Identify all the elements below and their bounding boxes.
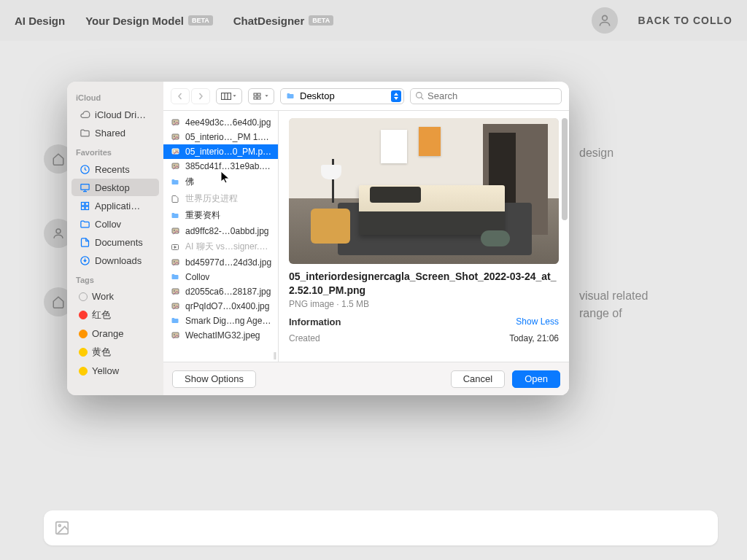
sidebar-heading-favorites: Favorites [67,142,163,160]
sidebar-tag-work[interactable]: Work [71,288,159,305]
svg-line-19 [421,97,423,99]
back-button[interactable] [171,88,190,104]
sidebar-item-icloud-drive[interactable]: iCloud Dri… [71,106,159,123]
sidebar-item-desktop[interactable]: Desktop [71,179,159,196]
svg-point-32 [174,261,175,262]
sidebar-item-applications[interactable]: Applicati… [71,197,159,214]
file-row[interactable]: 05_interio…_PM 1.png [163,130,278,144]
file-name-label: qrPqIdO7…0x400.jpg [185,301,269,311]
file-type-icon [169,316,181,326]
sidebar-item-label: Yellow [92,365,119,376]
show-options-button[interactable]: Show Options [172,370,256,388]
file-type-icon [169,211,181,221]
sidebar-item-label: Downloads [95,255,142,266]
sidebar-tag-red[interactable]: 红色 [71,306,159,324]
file-row[interactable]: ad9ffc82-…0abbd.jpg [163,224,278,238]
file-name-label: d2055ca6…28187.jpg [185,287,271,297]
info-key: Created [289,333,320,343]
app-icon [79,200,90,211]
path-dropdown[interactable]: Desktop [280,88,404,104]
nav-back-forward [171,88,210,104]
sidebar-tag-yellow[interactable]: Yellow [71,362,159,379]
file-name-label: 重要资料 [185,209,220,222]
file-row[interactable]: Collov [163,270,278,284]
search-icon [415,91,425,101]
file-row[interactable]: WechatIMG32.jpeg [163,328,278,343]
file-row[interactable]: 05_interio…0_PM.png [163,144,278,159]
file-row[interactable]: bd45977d…24d3d.jpg [163,255,278,270]
file-row[interactable]: Smark Dig…ng Agency [163,314,278,328]
file-row[interactable]: 佛 [163,174,278,190]
file-row[interactable]: AI 聊天 vs…signer.mov [163,238,278,255]
sidebar-item-label: Desktop [95,182,130,193]
show-less-toggle[interactable]: Show Less [516,316,559,327]
file-type-icon [169,272,181,282]
nav-label: ChatDesigner [233,15,305,27]
file-row[interactable]: 重要资料 [163,207,278,224]
nav-label: Your Design Model [85,15,184,27]
file-row[interactable]: d2055ca6…28187.jpg [163,284,278,299]
file-row[interactable]: 世界历史进程 [163,190,278,207]
svg-point-1 [56,229,61,233]
dialog-footer: Show Options Cancel Open [163,362,569,395]
open-button[interactable]: Open [512,370,560,388]
view-columns-button[interactable] [216,88,242,104]
preview-filename: 05_interiordesignercagla_Screen_Shot_202… [289,270,559,298]
sidebar-item-collov[interactable]: Collov [71,215,159,233]
sidebar-item-label: Documents [95,237,143,248]
column-resize-handle[interactable]: || [274,351,276,359]
nav-your-design-model[interactable]: Your Design Model BETA [85,15,213,27]
search-input[interactable] [427,90,557,101]
sidebar-item-label: 黄色 [92,346,111,359]
sidebar-tag-yellow-cn[interactable]: 黄色 [71,343,159,362]
sidebar-item-shared[interactable]: Shared [71,124,159,141]
cancel-button[interactable]: Cancel [451,370,505,388]
file-open-dialog: iCloud iCloud Dri… Shared Favorites Rece… [67,82,569,395]
file-row[interactable]: 385cd41f…31e9ab.jpg [163,159,278,174]
chevron-down-icon [264,93,269,98]
file-name-label: ad9ffc82-…0abbd.jpg [185,226,269,236]
info-value: Today, 21:06 [509,333,559,343]
sidebar-item-label: Shared [95,128,125,139]
preview-scrollbar[interactable] [562,118,568,325]
beta-badge: BETA [188,15,213,26]
nav-ai-design[interactable]: AI Design [15,15,65,27]
sidebar-heading-icloud: iCloud [67,88,163,105]
svg-point-18 [417,93,422,98]
svg-rect-8 [81,206,84,209]
file-type-icon [169,287,181,297]
svg-point-21 [174,121,175,122]
svg-rect-5 [80,184,88,190]
file-name-label: 佛 [185,176,194,188]
file-row[interactable]: 4ee49d3c…6e4d0.jpg [163,115,278,130]
doc-icon [79,236,90,248]
user-avatar[interactable] [592,7,618,34]
file-type-icon [169,242,181,252]
file-name-label: Smark Dig…ng Agency [185,316,272,326]
svg-rect-9 [85,206,88,209]
preview-pane: 05_interiordesignercagla_Screen_Shot_202… [279,111,569,362]
file-name-label: bd45977d…24d3d.jpg [185,257,271,268]
toolbar: Desktop [163,82,569,111]
group-by-button[interactable] [248,88,274,104]
sidebar-item-downloads[interactable]: Downloads [71,252,159,269]
file-row[interactable]: qrPqIdO7…0x400.jpg [163,299,278,314]
sidebar-item-recents[interactable]: Recents [71,160,159,178]
sidebar-heading-tags: Tags [67,270,163,287]
forward-button[interactable] [191,88,210,104]
file-list[interactable]: 4ee49d3c…6e4d0.jpg05_interio…_PM 1.png05… [163,111,279,362]
sidebar-item-documents[interactable]: Documents [71,233,159,251]
svg-point-36 [174,305,175,306]
back-link[interactable]: BACK TO COLLO [638,15,732,26]
file-type-icon [169,177,181,187]
chat-input-bar[interactable] [44,510,718,545]
sidebar: iCloud iCloud Dri… Shared Favorites Rece… [67,82,163,395]
chat-text: design [579,144,614,162]
nav-chatdesigner[interactable]: ChatDesigner BETA [233,15,333,27]
sidebar-tag-orange[interactable]: Orange [71,325,159,342]
app-header: AI Design Your Design Model BETA ChatDes… [0,0,747,41]
search-field[interactable] [410,88,562,104]
svg-point-25 [174,150,175,152]
svg-point-0 [602,15,607,20]
preview-kind-size: PNG image · 1.5 MB [289,299,559,309]
